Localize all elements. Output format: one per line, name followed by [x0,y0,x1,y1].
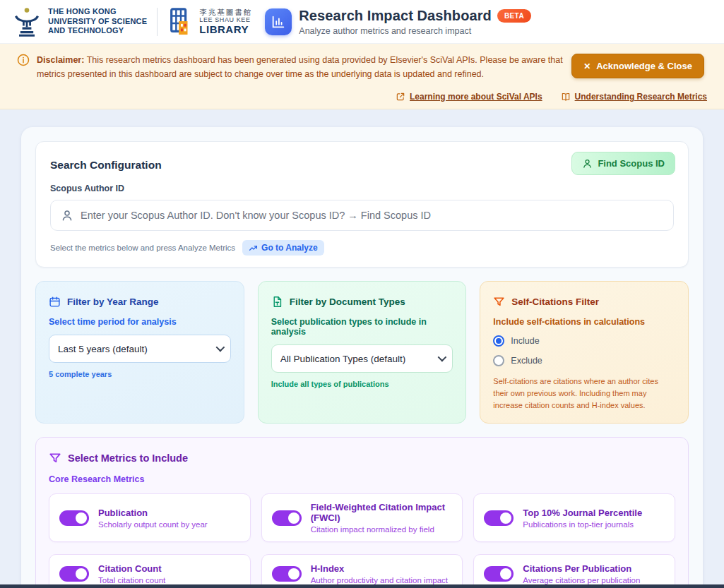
document-types-subtitle: Select publication types to include in a… [271,317,453,337]
metric-description: Total citation count [98,576,165,584]
disclaimer-banner: Disclaimer: This research metrics dashbo… [0,44,724,109]
close-icon: ✕ [583,61,591,71]
fwci-toggle[interactable] [272,510,302,526]
radio-selected-icon [493,335,504,347]
self-citations-description: Self-citations are citations where an au… [493,376,675,412]
calendar-icon [49,296,61,308]
metrics-hint-text: Select the metrics below and press Analy… [50,244,235,252]
funnel-icon [49,452,61,464]
metric-card-h-index: H-Index Author productivity and citation… [261,554,463,588]
metric-name: Field-Weighted Citation Impact (FWCI) [311,502,453,523]
citations-per-pub-toggle[interactable] [484,566,514,582]
document-types-filter-card: Filter by Document Types Select publicat… [258,281,467,424]
library-logo: 李兆基圖書館 LEE SHAU KEE LIBRARY [167,7,252,37]
radio-unselected-icon [493,355,504,366]
year-range-title: Filter by Year Range [67,296,159,307]
disclaimer-text: Disclaimer: This research metrics dashbo… [37,53,589,81]
year-range-note: 5 complete years [49,370,231,378]
scopus-author-id-input[interactable] [81,210,663,221]
author-id-label: Scopus Author ID [50,184,674,193]
self-citations-filter-card: Self-Citations Filter Include self-citat… [480,281,689,424]
metric-description: Publications in top-tier journals [523,520,642,529]
document-types-select[interactable]: All Publication Types (default) [271,344,453,373]
metric-description: Citation impact normalized by field [311,525,453,534]
hkust-emblem-icon [11,6,42,38]
bottom-footer-edge [0,584,724,588]
library-name-cjk: 李兆基圖書館 [199,8,252,16]
metric-name: Top 10% Journal Percentile [523,508,642,518]
library-name: LIBRARY [199,23,252,35]
document-types-title: Filter by Document Types [290,296,405,307]
trending-up-icon [249,244,258,253]
search-configuration-card: Search Configuration Find Scopus ID Scop… [35,141,689,268]
select-metrics-title: Select Metrics to Include [68,452,188,464]
author-id-input-wrap [50,200,674,231]
document-types-note: Include all types of publications [271,380,453,388]
metric-name: Publication [98,508,208,518]
exclude-radio-option[interactable]: Exclude [493,355,675,366]
page-subtitle: Analyze author metrics and research impa… [299,26,531,36]
person-icon [582,158,593,169]
go-to-analyze-label: Go to Analyze [261,243,318,253]
app-header: THE HONG KONG UNIVERSITY OF SCIENCE AND … [0,0,724,44]
page-title: Research Impact Dashboard [299,8,492,24]
book-icon [561,92,571,102]
external-link-icon [396,92,405,102]
person-icon [61,209,73,222]
library-name-sub: LEE SHAU KEE [199,16,252,23]
year-range-subtitle: Select time period for analysis [49,317,231,327]
include-radio-option[interactable]: Include [493,335,675,347]
metric-card-citations-per-pub: Citations Per Publication Average citati… [473,554,675,588]
scival-link-label: Learning more about SciVal APIs [410,92,542,102]
hkust-logo: THE HONG KONG UNIVERSITY OF SCIENCE AND … [11,6,147,38]
document-icon [271,296,283,308]
header-divider [157,8,158,36]
funnel-icon [493,296,505,308]
h-index-toggle[interactable] [272,566,302,582]
metric-description: Scholarly output count by year [98,520,208,529]
self-citations-title: Self-Citations Filter [511,296,599,307]
library-building-icon [167,7,194,37]
acknowledge-close-button[interactable]: ✕ Acknowledge & Close [571,54,704,78]
scival-apis-link[interactable]: Learning more about SciVal APIs [396,92,542,102]
beta-badge: BETA [497,9,531,23]
disclaimer-label: Disclaimer: [37,55,84,65]
main-container: Search Configuration Find Scopus ID Scop… [21,127,703,588]
research-metrics-link[interactable]: Understanding Research Metrics [561,92,707,102]
metric-card-fwci: Field-Weighted Citation Impact (FWCI) Ci… [261,493,463,542]
metric-name: Citation Count [98,563,165,574]
metric-card-publication: Publication Scholarly output count by ye… [49,493,251,542]
exclude-label: Exclude [511,356,542,366]
metric-description: Author productivity and citation impact [311,576,448,584]
include-label: Include [511,336,539,346]
acknowledge-label: Acknowledge & Close [596,61,692,71]
select-metrics-card: Select Metrics to Include Core Research … [35,437,689,588]
metric-description: Average citations per publication [523,576,640,584]
metrics-link-label: Understanding Research Metrics [575,92,707,102]
info-icon [17,54,30,81]
metric-card-top10-journal: Top 10% Journal Percentile Publications … [473,493,675,542]
year-range-select[interactable]: Last 5 years (default) [49,335,231,363]
find-scopus-label: Find Scopus ID [598,158,665,169]
publication-toggle[interactable] [59,510,89,526]
citation-count-toggle[interactable] [59,566,89,582]
find-scopus-id-button[interactable]: Find Scopus ID [571,152,675,175]
core-metrics-group-label: Core Research Metrics [49,474,675,484]
self-citations-subtitle: Include self-citations in calculations [493,317,675,327]
hkust-name: THE HONG KONG UNIVERSITY OF SCIENCE AND … [48,7,147,36]
metric-name: H-Index [311,563,448,574]
metric-name: Citations Per Publication [523,563,640,574]
metric-card-citation-count: Citation Count Total citation count [49,554,251,588]
top10-journal-toggle[interactable] [484,510,514,526]
disclaimer-body: This research metrics dashboard has been… [37,55,563,79]
go-to-analyze-chip[interactable]: Go to Analyze [242,240,324,256]
dashboard-app-icon [265,8,292,35]
year-range-filter-card: Filter by Year Range Select time period … [35,281,244,424]
